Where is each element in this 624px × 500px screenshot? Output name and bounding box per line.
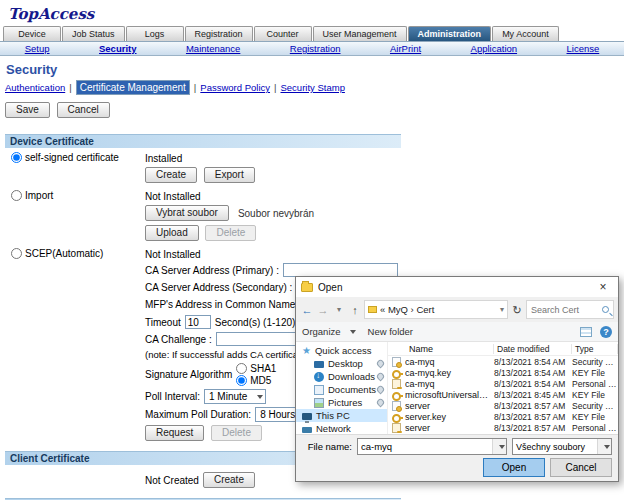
history-dropdown-icon[interactable]: ▾	[332, 303, 346, 317]
subtab-certificate-management[interactable]: Certificate Management	[76, 80, 190, 95]
key-file-icon	[392, 412, 401, 422]
back-icon[interactable]: ←	[300, 303, 314, 317]
column-type[interactable]: Type	[572, 344, 618, 354]
tab-administration[interactable]: Administration	[408, 26, 492, 41]
sha1-radio-option[interactable]: SHA1	[236, 363, 276, 374]
scep-radio[interactable]	[11, 248, 22, 259]
dialog-title-bar: Open ×	[296, 277, 618, 297]
ca-server-primary-input[interactable]	[283, 263, 398, 277]
pictures-icon	[314, 398, 324, 408]
tab-registration[interactable]: Registration	[185, 26, 253, 41]
network-label: Network	[316, 423, 351, 434]
sidebar-this-pc[interactable]: This PC	[296, 409, 387, 422]
page-actions: Save Cancel	[5, 102, 624, 118]
self-signed-radio[interactable]	[11, 152, 22, 163]
import-radio-option[interactable]: Import	[11, 190, 53, 201]
close-icon[interactable]: ×	[588, 277, 618, 297]
tab-job-status[interactable]: Job Status	[62, 26, 125, 41]
nav-setup[interactable]: Setup	[25, 43, 50, 54]
no-file-selected-text: Soubor nevybrán	[238, 208, 314, 219]
sidebar-pictures[interactable]: Pictures	[296, 396, 387, 409]
dialog-cancel-button[interactable]: Cancel	[550, 458, 612, 477]
address-dropdown-icon[interactable]: ▾	[500, 305, 504, 314]
file-row[interactable]: ca-myq.key 8/13/2021 8:54 AM KEY File	[388, 367, 618, 378]
address-bar[interactable]: « MyQ › Cert ▾	[364, 300, 508, 319]
tab-counter[interactable]: Counter	[254, 26, 312, 41]
view-options-icon[interactable]	[580, 327, 592, 337]
poll-interval-label: Poll Interval:	[145, 391, 200, 402]
search-box	[526, 300, 614, 319]
help-icon[interactable]: ?	[600, 326, 612, 338]
nav-airprint[interactable]: AirPrint	[390, 43, 421, 54]
subtab-password-policy[interactable]: Password Policy	[200, 82, 270, 93]
self-signed-buttons: Create Export	[145, 167, 624, 183]
tab-logs[interactable]: Logs	[126, 26, 184, 41]
self-signed-radio-option[interactable]: self-signed certificate	[11, 152, 119, 163]
file-name-input[interactable]	[358, 439, 492, 454]
file-type: Personal Information Exchange	[572, 379, 618, 389]
column-date-modified[interactable]: Date modified	[494, 344, 572, 354]
breadcrumb: « MyQ › Cert	[380, 304, 497, 315]
file-name-label: File name:	[302, 441, 352, 452]
tab-device[interactable]: Device	[3, 26, 61, 41]
column-name[interactable]: Name	[406, 344, 494, 354]
file-type-select[interactable]: Všechny soubory	[512, 438, 612, 455]
refresh-icon[interactable]: ↻	[510, 303, 524, 317]
client-cert-spacer	[5, 469, 145, 491]
up-icon[interactable]: ↑	[348, 303, 362, 317]
organize-menu[interactable]: Organize	[302, 326, 356, 337]
file-name-dropdown[interactable]	[492, 439, 506, 454]
timeout-input[interactable]	[185, 315, 211, 329]
cancel-button[interactable]: Cancel	[57, 102, 110, 118]
new-folder-button[interactable]: New folder	[368, 326, 413, 337]
nav-application[interactable]: Application	[471, 43, 517, 54]
request-button[interactable]: Request	[145, 425, 204, 441]
subtab-authentication[interactable]: Authentication	[5, 82, 65, 93]
file-row[interactable]: ca-myq 8/13/2021 8:54 AM Security Certif…	[388, 356, 618, 367]
sidebar-network[interactable]: Network	[296, 422, 387, 434]
ca-server-primary-row: CA Server Address (Primary) :	[145, 263, 624, 277]
nav-security[interactable]: Security	[99, 43, 137, 54]
nav-license[interactable]: License	[567, 43, 600, 54]
topaccess-logo: TopAccess	[0, 0, 624, 24]
subtab-security-stamp[interactable]: Security Stamp	[281, 82, 345, 93]
sidebar-desktop[interactable]: Desktop	[296, 357, 387, 370]
save-button[interactable]: Save	[5, 102, 50, 118]
file-row[interactable]: server 8/13/2021 8:57 AM Personal Inform…	[388, 423, 618, 434]
dialog-buttons-row: Open Cancel	[302, 458, 612, 477]
create-client-cert-button[interactable]: Create	[203, 472, 255, 488]
nav-maintenance[interactable]: Maintenance	[186, 43, 240, 54]
upload-device-cert-button[interactable]: Upload	[145, 225, 199, 241]
open-button[interactable]: Open	[483, 458, 545, 477]
file-type: Security Certificate	[572, 401, 618, 411]
tab-my-account[interactable]: My Account	[492, 26, 559, 41]
dialog-footer: File name: Všechny soubory Open Cancel	[296, 434, 618, 481]
max-poll-value: 8 Hours	[260, 409, 295, 420]
sidebar-downloads[interactable]: Downloads	[296, 370, 387, 383]
dialog-navigation-bar: ← → ▾ ↑ « MyQ › Cert ▾ ↻	[296, 297, 618, 322]
import-radio[interactable]	[11, 190, 22, 201]
sha1-radio[interactable]	[236, 363, 247, 374]
file-row[interactable]: server 8/13/2021 8:57 AM Security Certif…	[388, 401, 618, 412]
md5-radio[interactable]	[236, 375, 247, 386]
section-device-certificate: Device Certificate	[5, 134, 401, 148]
file-type-dropdown[interactable]	[597, 439, 611, 454]
nav-registration[interactable]: Registration	[290, 43, 341, 54]
tab-user-management[interactable]: User Management	[313, 26, 407, 41]
file-row[interactable]: ca-myq 8/13/2021 8:54 AM Personal Inform…	[388, 378, 618, 389]
create-device-cert-button[interactable]: Create	[145, 167, 197, 183]
export-device-cert-button[interactable]: Export	[204, 167, 255, 183]
file-row[interactable]: server.key 8/13/2021 8:57 AM KEY File	[388, 412, 618, 423]
desktop-label: Desktop	[328, 358, 363, 369]
md5-radio-option[interactable]: MD5	[236, 375, 276, 386]
search-input[interactable]	[529, 304, 602, 316]
poll-interval-select[interactable]: 1 Minute	[204, 389, 266, 404]
sidebar-documents[interactable]: Documents	[296, 383, 387, 396]
sha1-label: SHA1	[250, 363, 276, 374]
choose-file-button[interactable]: Vybrat soubor	[145, 205, 229, 221]
file-row[interactable]: microsoftUniversalPrint.key 8/13/2021 8:…	[388, 389, 618, 400]
forward-icon[interactable]: →	[316, 303, 330, 317]
sidebar-quick-access[interactable]: ★ Quick access	[296, 344, 387, 357]
scep-radio-option[interactable]: SCEP(Automatic)	[11, 248, 103, 259]
ca-server-primary-label: CA Server Address (Primary) :	[145, 265, 279, 276]
